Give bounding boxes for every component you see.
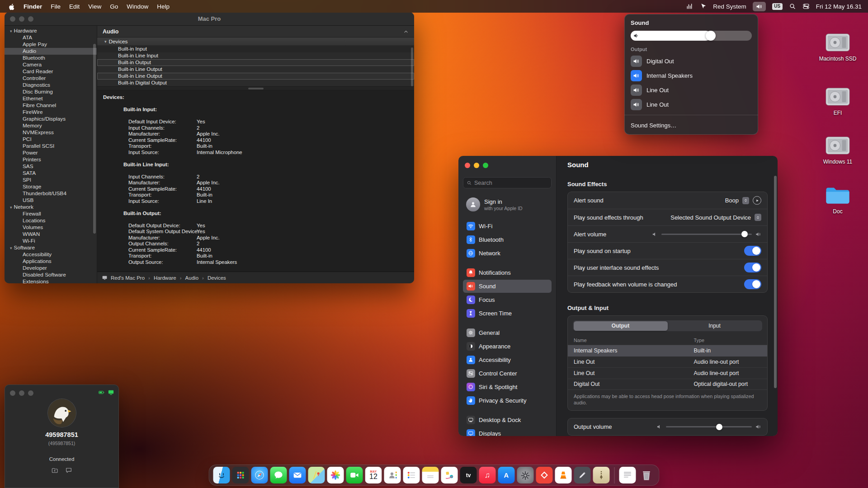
dock-contacts-icon[interactable]	[384, 467, 401, 483]
devices-group-header[interactable]: ▾ Devices	[97, 38, 414, 46]
dock-launchpad-icon[interactable]	[232, 467, 249, 483]
sysinfo-item-memory[interactable]: Memory	[5, 122, 97, 129]
dock-messages-icon[interactable]	[270, 467, 287, 483]
desktop-icon-windows-11[interactable]: Windows 11	[813, 136, 863, 165]
menu-item-go[interactable]: Go	[110, 3, 118, 10]
sysinfo-item-extensions[interactable]: Extensions	[5, 278, 97, 283]
dock-mail-icon[interactable]	[289, 467, 306, 483]
sysinfo-item-locations[interactable]: Locations	[5, 217, 97, 224]
settings-sidebar-focus[interactable]: Focus	[463, 293, 552, 306]
sysinfo-item-ethernet[interactable]: Ethernet	[5, 95, 97, 102]
toggle-play-feedback-when-volume-is-changed[interactable]	[744, 279, 761, 289]
sysinfo-item-wwan[interactable]: WWAN	[5, 231, 97, 238]
collapse-icon[interactable]	[403, 29, 409, 34]
close-button[interactable]	[10, 16, 15, 22]
settings-sidebar-bluetooth[interactable]: Bluetooth	[463, 233, 552, 246]
zoom-button[interactable]	[28, 16, 33, 22]
sysinfo-section-hardware[interactable]: ▾Hardware	[5, 28, 97, 34]
breadcrumb-item[interactable]: Audio	[185, 275, 198, 281]
sidebar-scrollbar[interactable]	[93, 44, 96, 234]
device-table-row[interactable]: Digital OutOptical digital-out port	[568, 379, 767, 390]
sysinfo-item-apple-pay[interactable]: Apple Pay	[5, 41, 97, 48]
minimize-button[interactable]	[19, 16, 24, 22]
settings-sidebar-appearance[interactable]: Appearance	[463, 340, 552, 353]
sysinfo-item-bluetooth[interactable]: Bluetooth	[5, 55, 97, 61]
dock-facetime-icon[interactable]	[346, 467, 363, 483]
sysinfo-item-printers[interactable]: Printers	[5, 156, 97, 163]
sysinfo-item-graphics-displays[interactable]: Graphics/Displays	[5, 116, 97, 122]
sysinfo-item-disabled-software[interactable]: Disabled Software	[5, 272, 97, 278]
menu-status-label[interactable]: Red System	[713, 3, 746, 10]
sysinfo-item-spi[interactable]: SPI	[5, 177, 97, 183]
breadcrumb-item[interactable]: Devices	[208, 275, 226, 281]
settings-sidebar-sound[interactable]: Sound	[463, 280, 552, 293]
minimize-button[interactable]	[474, 163, 479, 168]
toggle-play-user-interface-sound-effects[interactable]	[744, 263, 761, 272]
sysinfo-item-camera[interactable]: Camera	[5, 61, 97, 68]
sysinfo-item-disc-burning[interactable]: Disc Burning	[5, 89, 97, 95]
sysinfo-item-ata[interactable]: ATA	[5, 34, 97, 41]
file-transfer-icon[interactable]	[51, 467, 58, 474]
apple-menu-icon[interactable]	[8, 3, 15, 10]
output-volume-slider[interactable]	[666, 424, 752, 430]
sysinfo-item-controller[interactable]: Controller	[5, 75, 97, 82]
close-button[interactable]	[465, 163, 470, 168]
table-scrollbar[interactable]	[411, 47, 413, 86]
settings-sidebar-general[interactable]: General	[463, 326, 552, 339]
sysinfo-item-wi-fi[interactable]: Wi-Fi	[5, 238, 97, 244]
apple-id-signin[interactable]: Sign inwith your Apple ID	[463, 196, 552, 213]
menu-clock[interactable]: Fri 12 May 16.31	[816, 3, 862, 10]
menu-item-help[interactable]: Help	[157, 3, 170, 10]
volume-slider[interactable]	[631, 31, 752, 41]
dock-tv-icon[interactable]: tv	[460, 467, 477, 483]
search-input[interactable]	[474, 180, 548, 186]
window-titlebar[interactable]: Mac Pro	[5, 12, 414, 26]
chat-icon[interactable]	[65, 467, 72, 474]
dock-vlc-icon[interactable]	[555, 467, 572, 483]
control-center-icon[interactable]	[802, 3, 810, 10]
window-controls[interactable]	[465, 163, 488, 168]
menu-item-file[interactable]: File	[51, 3, 61, 10]
sysinfo-item-card-reader[interactable]: Card Reader	[5, 68, 97, 75]
dock-calendar-icon[interactable]: MAY12	[365, 467, 382, 483]
sysinfo-item-sas[interactable]: SAS	[5, 163, 97, 170]
toggle-play-sound-on-startup[interactable]	[744, 246, 761, 256]
device-row-built-in-line-output[interactable]: Built-in Line Output	[97, 73, 414, 80]
settings-sidebar-siri-spotlight[interactable]: Siri & Spotlight	[463, 380, 552, 394]
sysinfo-item-accessibility[interactable]: Accessibility	[5, 251, 97, 258]
dock-archive-icon[interactable]	[593, 467, 610, 483]
sysinfo-item-sata[interactable]: SATA	[5, 170, 97, 177]
activity-monitor-icon[interactable]	[686, 3, 693, 10]
settings-sidebar-wi-fi[interactable]: Wi-Fi	[463, 220, 552, 233]
dock-music-icon[interactable]: ♫	[479, 467, 496, 483]
output-device-line-out[interactable]: Line Out	[631, 83, 752, 97]
dock-finder-icon[interactable]	[213, 467, 230, 483]
sysinfo-item-storage[interactable]: Storage	[5, 183, 97, 190]
device-table-row[interactable]: Line OutAudio line-out port	[568, 357, 767, 368]
desktop-icon-doc[interactable]: Doc	[813, 185, 863, 215]
tab-output[interactable]: Output	[574, 321, 668, 331]
settings-sidebar-notifications[interactable]: Notifications	[463, 266, 552, 279]
settings-sidebar-privacy-security[interactable]: Privacy & Security	[463, 394, 552, 407]
device-row-built-in-output[interactable]: Built-in Output	[97, 59, 414, 66]
sysinfo-section-software[interactable]: ▾Software	[5, 244, 97, 251]
menu-item-edit[interactable]: Edit	[69, 3, 80, 10]
dock-textedit-icon[interactable]	[619, 467, 636, 483]
device-row-built-in-digital-output[interactable]: Built-in Digital Output	[97, 80, 414, 86]
dock-notes-icon[interactable]	[422, 467, 439, 483]
alert-volume-slider[interactable]	[661, 231, 752, 237]
settings-sidebar-displays[interactable]: Displays	[463, 427, 552, 436]
sysinfo-item-firewire[interactable]: FireWire	[5, 109, 97, 116]
dock-safari-icon[interactable]	[251, 467, 268, 483]
play-alert-button[interactable]	[753, 196, 761, 205]
sysinfo-item-fibre-channel[interactable]: Fibre Channel	[5, 102, 97, 109]
sysinfo-item-nvmexpress[interactable]: NVMExpress	[5, 129, 97, 136]
breadcrumb-item[interactable]: Hardware	[154, 275, 176, 281]
dock-maps-icon[interactable]	[308, 467, 325, 483]
settings-sidebar-screen-time[interactable]: Screen Time	[463, 307, 552, 320]
close-button[interactable]	[10, 390, 15, 396]
zoom-button[interactable]	[28, 390, 33, 396]
device-row-built-in-input[interactable]: Built-in Input	[97, 46, 414, 52]
play-through-stepper[interactable]	[755, 214, 761, 221]
sysinfo-item-firewall[interactable]: Firewall	[5, 211, 97, 217]
